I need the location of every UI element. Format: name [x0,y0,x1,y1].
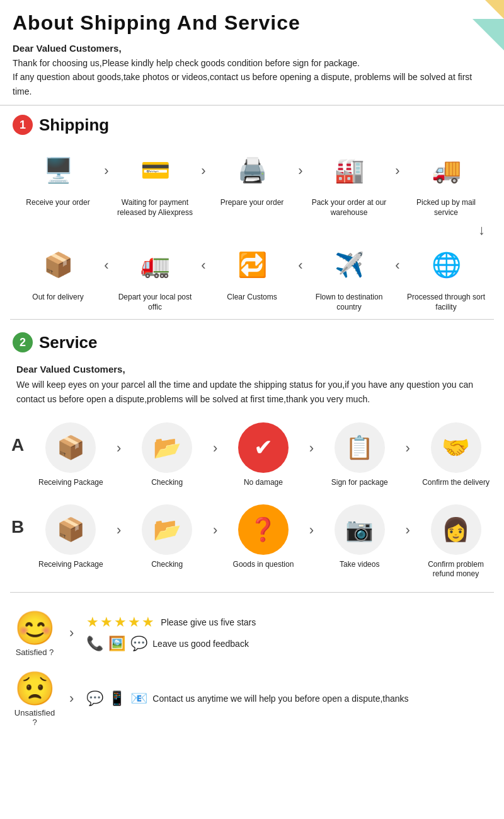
contact-line: 💬 📱 📧 Contact us anytime we will help yo… [86,690,408,707]
flow-item-pickup: 🚚 Picked up by mail service [405,145,487,221]
contact-text: Contact us anytime we will help you befo… [152,694,408,704]
phone-icon: 📞 [86,636,103,652]
svc-arrow-a1: › [117,440,121,456]
row-a-label: A [6,422,29,455]
service-section-title: Service [39,333,98,352]
svc-arrow-a4: › [405,440,410,456]
svc-arrow-a2: › [213,440,217,456]
svc-a-receiving-label: Receiving Package [38,478,103,488]
header-intro-2: Thank for choosing us,Please kindly help… [13,56,491,70]
svc-a-sign: 📋 Sign for package [322,422,398,488]
sat-arrow-satisfied: › [69,625,74,641]
svc-a-checking-label: Checking [151,478,183,488]
unsatisfied-label: Unsatisfied ? [13,708,57,727]
stars-text: Please give us five stars [161,617,256,627]
header: About Shipping And Service Dear Valued C… [0,0,504,106]
svc-b-receiving-icon: 📦 [45,504,96,555]
svc-arrow-b2: › [213,522,217,538]
svc-a-checking: 📂 Checking [129,422,205,488]
arrow-8: ‹ [390,257,405,274]
row-b-label: B [6,504,29,537]
receive-icon: 🖥️ [33,145,83,195]
payment-label: Waiting for payment released by Aliexpre… [114,198,196,221]
customs-icon: 🔁 [227,240,277,290]
flow-item-local-post: 🚛 Depart your local post offic [114,240,196,315]
satisfied-content: ★★★★★ Please give us five stars 📞 🖼️ 💬 L… [86,614,256,652]
down-arrow-row: ↓ [6,222,498,238]
svc-b-receiving: 📦 Receiving Package [33,504,108,570]
service-section-header: 2 Service [0,323,504,356]
svc-a-nodamage-label: No damage [244,478,283,488]
svc-a-confirm-icon: 🤝 [431,422,481,473]
arrow-7: ‹ [293,257,308,274]
shipping-row-2: 📦 Out for delivery ‹ 🚛 Depart your local… [6,240,498,315]
service-section-num: 2 [13,332,33,352]
out-delivery-label: Out for delivery [32,293,83,315]
local-post-label: Depart your local post offic [114,293,196,315]
customs-label: Clear Customs [227,293,277,315]
arrow-3: › [293,163,308,179]
arrow-2: › [196,163,211,179]
sort-label: Processed through sort facility [405,293,487,315]
flow-item-warehouse: 🏭 Pack your order at our warehouse [308,145,390,221]
svc-b-videos: 📷 Take videos [322,504,398,570]
svc-a-confirm: 🤝 Confirm the delivery [418,422,494,488]
service-row-b: B 📦 Receiving Package › 📂 Checking › ❓ G… [0,498,504,579]
feedback-line: 📞 🖼️ 💬 Leave us good feedback [86,636,256,652]
stars-icon: ★★★★★ [86,614,156,630]
down-arrow-icon: ↓ [478,222,485,238]
flow-item-receive: 🖥️ Receive your order [17,145,99,221]
arrow-6: ‹ [196,257,211,274]
prepare-label: Prepare your order [220,198,284,221]
svc-b-refund-icon: 👩 [431,504,481,555]
service-intro-2: We will keep eyes on your parcel all the… [16,378,488,408]
service-intro: Dear Valued Customers, We will keep eyes… [0,356,504,416]
svc-arrow-a3: › [309,440,314,456]
satisfied-row: 😊 Satisfied ? › ★★★★★ Please give us fiv… [13,609,491,657]
stars-line: ★★★★★ Please give us five stars [86,614,256,630]
svc-arrow-b3: › [309,522,314,538]
warehouse-label: Pack your order at our warehouse [308,198,390,221]
email-icon: 📧 [130,690,147,707]
feedback-text: Leave us good feedback [152,639,249,649]
image-icon: 🖼️ [108,636,125,652]
svc-a-sign-icon: 📋 [335,422,385,473]
satisfied-label: Satisfied ? [13,648,57,657]
unsatisfied-content: 💬 📱 📧 Contact us anytime we will help yo… [86,690,408,707]
unsatisfied-row: 😟 Unsatisfied ? › 💬 📱 📧 Contact us anyti… [13,670,491,727]
flow-item-customs: 🔁 Clear Customs [211,240,293,315]
arrow-5: ‹ [99,257,114,274]
svc-b-question-label: Goods in question [233,560,294,570]
svc-a-receiving-icon: 📦 [45,422,96,473]
svc-a-nodamage: ✔ No damage [226,422,301,488]
payment-icon: 💳 [130,145,180,195]
out-delivery-icon: 📦 [33,240,83,290]
section-divider-1 [10,319,494,320]
svc-b-checking-icon: 📂 [142,504,192,555]
chat-icon: 💬 [130,636,147,652]
flown-label: Flown to destination country [308,293,390,315]
sort-icon: 🌐 [421,240,471,290]
svc-arrow-b1: › [117,522,121,538]
section-divider-2 [10,592,494,593]
flow-item-flown: ✈️ Flown to destination country [308,240,390,315]
svc-b-checking-label: Checking [151,560,183,570]
shipping-row-1: 🖥️ Receive your order › 💳 Waiting for pa… [6,145,498,221]
flow-item-out-delivery: 📦 Out for delivery [17,240,99,315]
arrow-1: › [99,163,114,179]
svc-b-question: ❓ Goods in question [226,504,301,570]
header-intro-1: Dear Valued Customers, [13,41,491,56]
pickup-icon: 🚚 [421,145,471,195]
flow-item-payment: 💳 Waiting for payment released by Aliexp… [114,145,196,221]
unsatisfied-emoji: 😟 [13,670,57,708]
svc-b-videos-label: Take videos [340,560,379,570]
service-flow-a: 📦 Receiving Package › 📂 Checking › ✔ No … [29,422,498,488]
page-title: About Shipping And Service [13,11,491,35]
pickup-label: Picked up by mail service [405,198,487,221]
shipping-section-header: 1 Shipping [0,106,504,139]
svc-b-question-icon: ❓ [238,504,289,555]
svc-b-refund-label: Confirm problem refund money [418,560,494,579]
header-intro-3: If any question about goods,take photos … [13,70,491,98]
flow-item-sort: 🌐 Processed through sort facility [405,240,487,315]
svc-arrow-b4: › [405,522,410,538]
